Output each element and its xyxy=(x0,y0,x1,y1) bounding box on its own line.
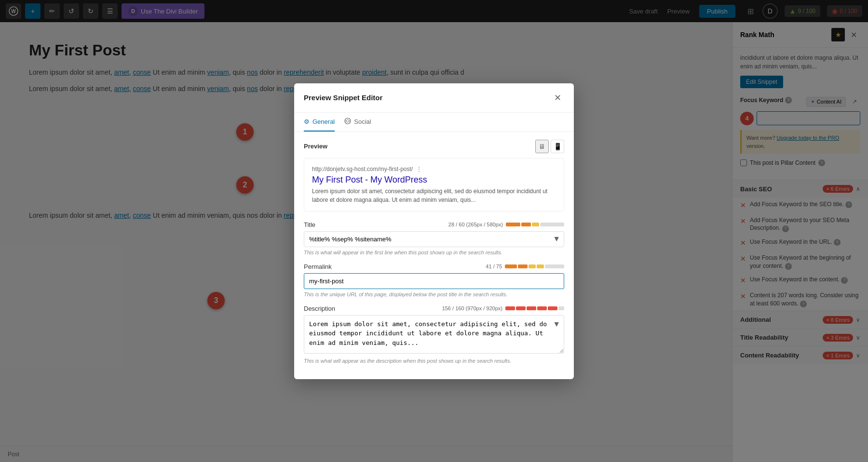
preview-device-buttons: 🖥 📱 xyxy=(535,140,564,153)
permalink-field-counter: 41 / 75 xyxy=(486,264,564,269)
modal-close-button[interactable]: ✕ xyxy=(551,91,564,105)
title-progress-bar xyxy=(506,223,564,226)
title-seg-1 xyxy=(506,223,520,226)
title-field-header: Title 28 / 60 (265px / 580px) xyxy=(304,221,564,228)
permalink-progress-bar xyxy=(505,264,564,268)
desc-seg-2 xyxy=(516,306,526,310)
preview-description-text: Lorem ipsum dolor sit amet, consectetur … xyxy=(312,187,556,204)
tab-general[interactable]: ⚙ General xyxy=(304,113,335,132)
title-input-wrapper: %title% %sep% %sitename% ▼ xyxy=(304,231,564,247)
title-seg-4 xyxy=(540,223,564,226)
permalink-field-section: Permalink 41 / 75 This is the unique UR xyxy=(304,263,564,297)
title-seg-3 xyxy=(532,223,539,226)
description-textarea[interactable]: Lorem ipsum dolor sit amet, consectetur … xyxy=(304,315,564,354)
title-select[interactable]: %title% %sep% %sitename% xyxy=(304,231,564,247)
modal-body: Preview 🖥 📱 http://donjetv.sg-host.com/m… xyxy=(294,132,574,379)
desc-seg-4 xyxy=(537,306,547,310)
modal-header: Preview Snippet Editor ✕ xyxy=(294,83,574,113)
preview-url-text: http://donjetv.sg-host.com/my-first-post… xyxy=(312,166,413,172)
tab-social[interactable]: Social xyxy=(344,113,371,132)
permalink-seg-3 xyxy=(529,264,536,268)
preview-url-row: http://donjetv.sg-host.com/my-first-post… xyxy=(312,165,556,173)
permalink-seg-4 xyxy=(537,264,544,268)
permalink-field-hint: This is the unique URL of this page, dis… xyxy=(304,291,564,297)
preview-snippet-editor-modal: Preview Snippet Editor ✕ ⚙ General Socia… xyxy=(294,83,574,379)
permalink-seg-5 xyxy=(545,264,564,268)
permalink-input[interactable] xyxy=(304,273,564,289)
desc-seg-6 xyxy=(558,306,564,310)
description-field-label: Description xyxy=(304,305,335,312)
title-field-label: Title xyxy=(304,221,315,228)
description-field-counter: 156 / 160 (970px / 920px) xyxy=(442,305,564,311)
desc-seg-3 xyxy=(527,306,536,310)
description-field-section: Description 156 / 160 (970px / 920px) xyxy=(304,305,564,364)
description-input-wrapper: Lorem ipsum dolor sit amet, consectetur … xyxy=(304,315,564,356)
modal-title: Preview Snippet Editor xyxy=(304,93,382,102)
gear-icon: ⚙ xyxy=(304,118,310,125)
title-field-hint: This is what will appear in the first li… xyxy=(304,250,564,255)
modal-overlay: Preview Snippet Editor ✕ ⚙ General Socia… xyxy=(0,0,868,462)
mobile-view-button[interactable]: 📱 xyxy=(551,140,564,153)
title-seg-2 xyxy=(521,223,531,226)
preview-menu-dots[interactable]: ⋮ xyxy=(416,165,422,173)
permalink-field-header: Permalink 41 / 75 xyxy=(304,263,564,270)
permalink-field-label: Permalink xyxy=(304,263,332,270)
social-icon xyxy=(344,118,351,126)
preview-post-title-link[interactable]: My First Post - My WordPress xyxy=(312,175,556,185)
preview-box: http://donjetv.sg-host.com/my-first-post… xyxy=(304,158,564,211)
modal-tabs: ⚙ General Social xyxy=(294,113,574,132)
description-field-header: Description 156 / 160 (970px / 920px) xyxy=(304,305,564,312)
preview-section: Preview 🖥 📱 http://donjetv.sg-host.com/m… xyxy=(304,140,564,211)
description-field-hint: This is what will appear as the descript… xyxy=(304,358,564,364)
title-field-section: Title 28 / 60 (265px / 580px) %title% % xyxy=(304,221,564,255)
desc-seg-1 xyxy=(505,306,515,310)
preview-label: Preview 🖥 📱 xyxy=(304,140,564,153)
permalink-seg-2 xyxy=(518,264,528,268)
permalink-seg-1 xyxy=(505,264,517,268)
desc-seg-5 xyxy=(548,306,557,310)
title-field-counter: 28 / 60 (265px / 580px) xyxy=(448,222,564,227)
desktop-view-button[interactable]: 🖥 xyxy=(535,140,549,153)
description-progress-bar xyxy=(505,306,564,310)
